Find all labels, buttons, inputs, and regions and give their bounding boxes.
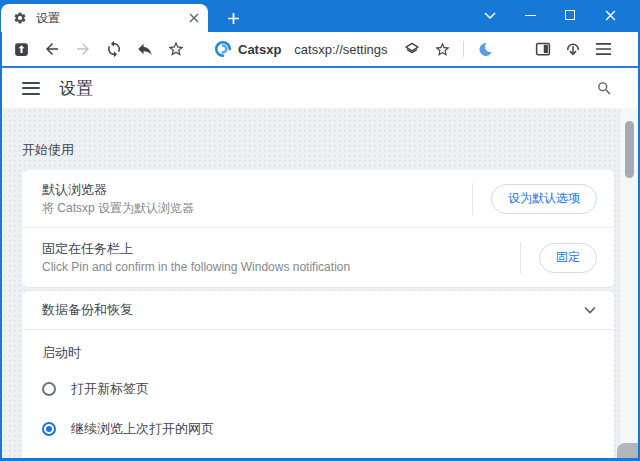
- toolbar: Catsxp catsxp://settings: [2, 32, 638, 66]
- radio-button[interactable]: [42, 382, 56, 396]
- titlebar: 设置: [0, 0, 640, 32]
- url-text[interactable]: catsxp://settings: [294, 42, 387, 57]
- getting-started-card: 默认浏览器 将 Catsxp 设置为默认浏览器 设为默认选项 固定在任务栏上 C…: [22, 170, 614, 287]
- refresh-icon[interactable]: [105, 40, 123, 58]
- startup-option-continue[interactable]: 继续浏览上次打开的网页: [22, 409, 614, 449]
- toolbar-right: [403, 40, 612, 58]
- layers-icon[interactable]: [403, 40, 421, 58]
- tab-title: 设置: [36, 10, 189, 27]
- pin-taskbar-title: 固定在任务栏上: [42, 239, 510, 258]
- maximize-button[interactable]: [550, 0, 590, 30]
- moon-icon[interactable]: [476, 40, 494, 58]
- startup-option-new-tab[interactable]: 打开新标签页: [22, 369, 614, 409]
- settings-content: 开始使用 默认浏览器 将 Catsxp 设置为默认浏览器 设为默认选项 固定在任…: [2, 108, 638, 458]
- hamburger-icon[interactable]: [22, 82, 40, 95]
- default-browser-row: 默认浏览器 将 Catsxp 设置为默认浏览器 设为默认选项: [22, 170, 614, 227]
- close-button[interactable]: [590, 0, 630, 30]
- section-label: 开始使用: [22, 142, 614, 158]
- set-default-button[interactable]: 设为默认选项: [491, 184, 597, 214]
- sidebar-icon[interactable]: [534, 40, 552, 58]
- pin-taskbar-row: 固定在任务栏上 Click Pin and confirm in the fol…: [22, 228, 614, 287]
- scrollbar-thumb[interactable]: [625, 121, 634, 178]
- startup-label: 启动时: [22, 330, 614, 369]
- menu-icon[interactable]: [594, 40, 612, 58]
- settings-header: 设置: [2, 68, 638, 108]
- site-label: Catsxp: [238, 42, 281, 57]
- default-browser-subtitle: 将 Catsxp 设置为默认浏览器: [42, 199, 462, 218]
- back-icon[interactable]: [43, 40, 61, 58]
- browser-window: 设置: [0, 0, 640, 461]
- titlebar-chevron-button[interactable]: [470, 0, 510, 30]
- tab-close-icon[interactable]: [189, 13, 199, 23]
- radio-button[interactable]: [42, 422, 56, 436]
- browser-app-area: Catsxp catsxp://settings: [2, 32, 638, 458]
- pin-button[interactable]: 固定: [539, 243, 597, 273]
- backup-restore-row[interactable]: 数据备份和恢复: [22, 291, 614, 329]
- search-icon[interactable]: [596, 80, 613, 97]
- radio-label: 打开新标签页: [71, 380, 149, 398]
- boxed-up-arrow-icon[interactable]: [12, 40, 30, 58]
- row-separator: [520, 242, 521, 274]
- toolbar-separator: [463, 41, 464, 57]
- backup-restore-title: 数据备份和恢复: [42, 301, 584, 319]
- window-controls: [470, 0, 630, 30]
- gear-icon: [13, 11, 27, 25]
- catsxp-logo: [214, 40, 232, 58]
- forward-icon[interactable]: [74, 40, 92, 58]
- star-icon[interactable]: [167, 40, 185, 58]
- page-title: 设置: [59, 77, 596, 100]
- bookmark-star-icon[interactable]: [433, 40, 451, 58]
- chevron-down-icon[interactable]: [584, 306, 596, 314]
- row-separator: [472, 183, 473, 215]
- corner-widget: [617, 443, 638, 458]
- radio-label: 继续浏览上次打开的网页: [71, 420, 214, 438]
- tab-settings[interactable]: 设置: [1, 4, 208, 32]
- undo-icon[interactable]: [136, 40, 154, 58]
- new-tab-button[interactable]: [219, 4, 247, 32]
- default-browser-title: 默认浏览器: [42, 180, 462, 199]
- pin-taskbar-subtitle: Click Pin and confirm in the following W…: [42, 258, 510, 277]
- address-bar[interactable]: Catsxp catsxp://settings: [214, 40, 388, 58]
- minimize-button[interactable]: [510, 0, 550, 30]
- scrollbar[interactable]: [620, 108, 638, 458]
- download-icon[interactable]: [564, 40, 582, 58]
- startup-card: 数据备份和恢复 启动时 打开新标签页 继续浏览上次打开的网页: [22, 291, 614, 458]
